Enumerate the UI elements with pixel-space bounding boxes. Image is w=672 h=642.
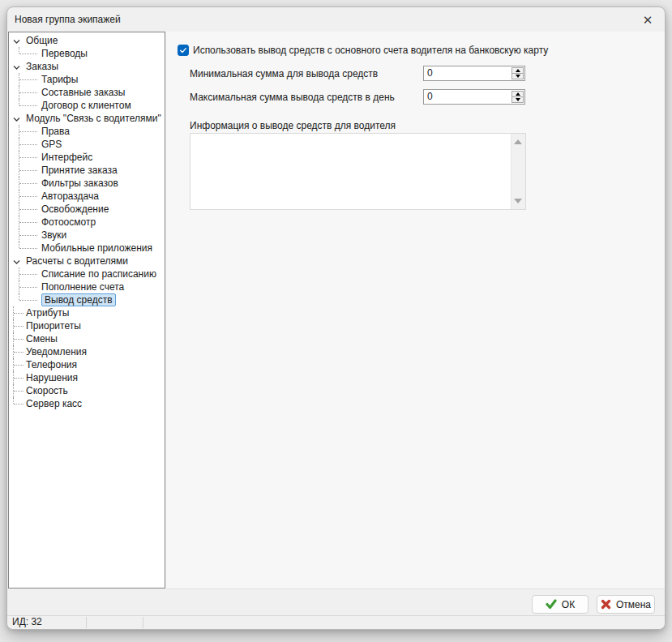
spinner-buttons [511, 91, 524, 103]
ok-button-label: ОК [562, 599, 575, 610]
scroll-down-icon[interactable] [514, 199, 522, 203]
chevron-down-icon[interactable] [12, 114, 21, 123]
status-divider [86, 617, 87, 628]
chevron-down-icon[interactable] [12, 62, 21, 71]
tree-item[interactable]: Автораздача [9, 190, 165, 203]
min-amount-spinner[interactable]: 0 [423, 66, 525, 81]
status-divider [143, 617, 143, 628]
min-amount-label: Минимальная сумма для вывода средств [190, 67, 378, 80]
window-title: Новая группа экипажей [15, 7, 121, 32]
tree-item[interactable]: Списание по расписанию [9, 268, 165, 280]
tree-item[interactable]: Приоритеты [9, 319, 165, 332]
tree-item[interactable]: Переводы [9, 47, 165, 60]
spin-up-button[interactable] [512, 92, 523, 97]
tree-item[interactable]: Интерфейс [9, 151, 165, 164]
tree-item[interactable]: Скорость [9, 384, 165, 397]
cancel-button-label: Отмена [616, 599, 651, 610]
tree-item[interactable]: Принятие заказа [9, 164, 165, 177]
dialog-window: Новая группа экипажей ✕ Общие Переводы З… [6, 6, 666, 630]
titlebar[interactable]: Новая группа экипажей ✕ [7, 7, 665, 32]
cancel-button[interactable]: Отмена [597, 595, 655, 614]
tree-item[interactable]: Заказы [9, 60, 165, 73]
tree-item[interactable]: Общие [9, 34, 165, 47]
spin-down-button[interactable] [512, 74, 523, 79]
tree-item[interactable]: Права [9, 125, 165, 138]
tree-item[interactable]: GPS [9, 138, 165, 151]
tree-item[interactable]: Пополнение счета [9, 280, 165, 293]
cross-icon [601, 599, 611, 610]
tree-item-selected[interactable]: Вывод средств [9, 293, 165, 306]
ok-button[interactable]: ОК [532, 595, 589, 614]
tree-item[interactable]: Звуки [9, 229, 165, 242]
tree-item[interactable]: Фотоосмотр [9, 216, 165, 229]
triangle-down-icon [516, 98, 520, 101]
status-bar: ИД: 32 [7, 615, 665, 629]
triangle-up-icon [516, 92, 520, 96]
max-amount-value: 0 [427, 90, 433, 104]
max-amount-spinner[interactable]: 0 [423, 89, 525, 105]
withdraw-enabled-checkbox[interactable] [178, 45, 189, 56]
textarea-scrollbar[interactable] [511, 134, 525, 209]
withdraw-info-textarea[interactable] [190, 133, 526, 210]
check-icon [546, 599, 557, 610]
tree-item[interactable]: Нарушения [9, 371, 165, 384]
spinner-buttons [511, 67, 524, 79]
tree-item[interactable]: Уведомления [9, 345, 165, 358]
settings-panel: Использовать вывод средств с основного с… [166, 32, 665, 589]
tree-item[interactable]: Сервер касс [9, 397, 165, 410]
tree-item[interactable]: Атрибуты [9, 306, 165, 319]
chevron-down-icon[interactable] [12, 36, 21, 45]
settings-tree: Общие Переводы Заказы Тарифы Составные з… [8, 32, 165, 588]
tree-item[interactable]: Расчеты с водителями [9, 255, 165, 268]
min-amount-value: 0 [427, 66, 433, 80]
triangle-down-icon [516, 75, 520, 78]
max-amount-label: Максимальная сумма вывода средств в день [190, 91, 395, 104]
spin-up-button[interactable] [512, 68, 523, 74]
tree-item[interactable]: Освобождение [9, 203, 165, 216]
status-id-text: ИД: 32 [12, 616, 42, 628]
close-icon: ✕ [643, 13, 653, 28]
triangle-up-icon [516, 69, 520, 72]
scroll-up-icon[interactable] [514, 139, 522, 144]
tree-item[interactable]: Составные заказы [9, 86, 165, 99]
tree-item[interactable]: Мобильные приложения [9, 242, 165, 255]
chevron-down-icon[interactable] [12, 257, 21, 266]
spin-down-button[interactable] [512, 97, 523, 102]
tree-item[interactable]: Тарифы [9, 73, 165, 86]
tree-item[interactable]: Фильтры заказов [9, 177, 165, 190]
close-button[interactable]: ✕ [639, 11, 657, 29]
withdraw-info-label: Информация о выводе средств для водителя [190, 119, 396, 132]
checkmark-icon [179, 46, 187, 54]
tree-item[interactable]: Договор с клиентом [9, 99, 165, 112]
tree-item[interactable]: Смены [9, 332, 165, 345]
tree-item[interactable]: Модуль "Связь с водителями" [9, 112, 165, 125]
tree-item[interactable]: Телефония [9, 358, 165, 371]
withdraw-enabled-label: Использовать вывод средств с основного с… [193, 44, 548, 57]
